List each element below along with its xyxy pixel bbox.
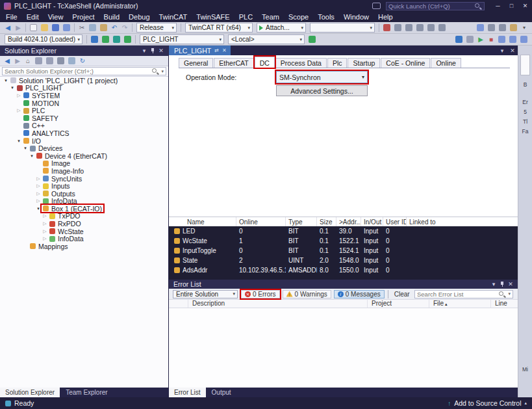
table-row[interactable]: WcState1BIT0.11522.1Input0 bbox=[169, 236, 518, 246]
table-row[interactable]: LED0BIT0.139.0Input0 bbox=[169, 226, 518, 236]
expand-arrow-icon[interactable] bbox=[9, 85, 16, 90]
expand-arrow-icon[interactable] bbox=[16, 93, 22, 98]
column-header-linked-to[interactable]: Linked to bbox=[407, 217, 518, 226]
messages-filter-button[interactable]: 0 Messages bbox=[334, 290, 385, 298]
tree-item-rxpdo[interactable]: RxPDO bbox=[0, 220, 168, 228]
expand-arrow-icon[interactable] bbox=[42, 213, 48, 218]
tree-item-plc[interactable]: PLC bbox=[0, 107, 168, 114]
home-icon[interactable]: ⌂ bbox=[23, 57, 32, 66]
menu-help[interactable]: Help bbox=[374, 12, 398, 21]
login-icon[interactable] bbox=[455, 36, 462, 43]
toolbar-overflow-icon[interactable]: ▾ bbox=[520, 23, 529, 33]
feedback-icon[interactable] bbox=[372, 3, 381, 9]
column-header-name[interactable]: Name bbox=[169, 217, 236, 226]
pin-icon[interactable] bbox=[498, 280, 506, 288]
forward-icon[interactable]: ▶ bbox=[13, 57, 22, 66]
pin-icon[interactable] bbox=[149, 47, 157, 55]
build-version-dropdown[interactable]: Build 4024.10 (Loaded) bbox=[5, 34, 82, 44]
preview-icon[interactable] bbox=[68, 57, 75, 64]
document-tab-plc-light[interactable]: PLC_LIGHT bbox=[169, 46, 231, 55]
expand-arrow-icon[interactable] bbox=[35, 176, 42, 181]
step-out-icon[interactable] bbox=[520, 36, 527, 43]
chevron-down-icon[interactable] bbox=[159, 69, 166, 74]
tree-item-system[interactable]: SYSTEM bbox=[0, 92, 168, 99]
tree-item-syncunits[interactable]: SyncUnits bbox=[0, 175, 168, 183]
expand-arrow-icon[interactable] bbox=[35, 206, 42, 211]
solution-explorer-icon[interactable] bbox=[477, 24, 484, 31]
tree-item-safety[interactable]: SAFETY bbox=[0, 114, 168, 122]
column-header-file[interactable]: File bbox=[429, 300, 491, 308]
show-all-files-icon[interactable] bbox=[35, 57, 42, 64]
expand-arrow-icon[interactable] bbox=[16, 139, 22, 144]
properties-icon[interactable] bbox=[57, 57, 64, 64]
tc-choose-target-icon[interactable] bbox=[309, 36, 316, 43]
column-header-size[interactable]: Size bbox=[317, 217, 336, 226]
scrollbar-thumb[interactable] bbox=[520, 55, 530, 75]
find-icon[interactable] bbox=[383, 24, 390, 31]
expand-arrow-icon[interactable] bbox=[3, 78, 9, 83]
stop-icon[interactable]: ■ bbox=[487, 35, 496, 44]
warnings-filter-button[interactable]: 0 Warnings bbox=[283, 290, 331, 298]
expand-arrow-icon[interactable] bbox=[42, 236, 48, 241]
quick-launch-input[interactable] bbox=[388, 3, 474, 10]
compare-icon[interactable] bbox=[416, 24, 424, 31]
table-row[interactable]: AdsAddr10.102.39.46.5.1:1001AMSADDR8.015… bbox=[169, 265, 518, 275]
panel-tab-solution-explorer[interactable]: Solution Explorer bbox=[0, 388, 60, 397]
add-to-source-control[interactable]: Add to Source Control bbox=[454, 399, 521, 407]
menu-file[interactable]: File bbox=[1, 12, 22, 21]
tree-item-devices[interactable]: Devices bbox=[0, 144, 168, 152]
tree-item-motion[interactable]: MOTION bbox=[0, 99, 168, 107]
open-icon[interactable] bbox=[41, 24, 48, 31]
collapsed-panel-tab[interactable]: 5 bbox=[518, 109, 532, 115]
menu-debug[interactable]: Debug bbox=[124, 12, 154, 21]
toolbox-icon[interactable] bbox=[499, 24, 506, 31]
column-header-user-id[interactable]: User ID bbox=[383, 217, 407, 226]
menu-view[interactable]: View bbox=[44, 12, 68, 21]
collapsed-panel-tab[interactable]: Fa bbox=[518, 128, 532, 135]
maximize-button[interactable] bbox=[505, 3, 518, 9]
menu-window[interactable]: Window bbox=[339, 12, 374, 21]
tab-ethercat[interactable]: EtherCAT bbox=[214, 58, 253, 68]
error-scope-dropdown[interactable]: Entire Solution bbox=[173, 290, 238, 298]
chevron-up-icon[interactable] bbox=[524, 401, 527, 406]
advanced-settings-button[interactable]: Advanced Settings... bbox=[276, 85, 368, 96]
table-row[interactable]: InputToggle0BIT0.11524.1Input0 bbox=[169, 246, 518, 256]
clear-button[interactable]: Clear bbox=[390, 291, 414, 298]
tab-online[interactable]: Online bbox=[431, 58, 461, 68]
column-header-online[interactable]: Online bbox=[236, 217, 286, 226]
tab-plc[interactable]: Plc bbox=[327, 58, 348, 68]
step-into-icon[interactable] bbox=[498, 36, 505, 43]
redo-icon[interactable]: ↷ bbox=[120, 23, 129, 33]
tree-item-infodata[interactable]: InfoData bbox=[0, 235, 168, 243]
tree-item-box-1-ecat-io[interactable]: Box 1 (ECAT-IO) bbox=[0, 205, 168, 213]
expand-arrow-icon[interactable] bbox=[29, 153, 35, 159]
tree-item-image-info[interactable]: Image-Info bbox=[0, 167, 168, 175]
tree-item-infodata[interactable]: InfoData bbox=[0, 198, 168, 205]
table-row[interactable]: State2UINT2.01548.0Input0 bbox=[169, 256, 518, 265]
expand-arrow-icon[interactable] bbox=[22, 146, 29, 151]
column-header-addr[interactable]: >Addr... bbox=[336, 217, 361, 226]
chevron-down-icon[interactable] bbox=[506, 291, 513, 297]
document-list-icon[interactable] bbox=[497, 46, 507, 55]
collapse-all-icon[interactable] bbox=[46, 57, 53, 64]
close-tab-icon[interactable] bbox=[222, 47, 227, 53]
menu-plc[interactable]: PLC bbox=[234, 12, 257, 21]
start-icon[interactable]: ▶ bbox=[476, 35, 485, 44]
properties-window-icon[interactable] bbox=[488, 24, 495, 31]
expand-arrow-icon[interactable] bbox=[42, 221, 48, 226]
attach-dropdown[interactable]: Attach... bbox=[257, 23, 306, 33]
list-view-icon[interactable] bbox=[427, 24, 435, 31]
tab-startup[interactable]: Startup bbox=[348, 58, 380, 68]
menu-edit[interactable]: Edit bbox=[22, 12, 44, 21]
extra-dropdown[interactable] bbox=[310, 23, 375, 33]
tc-restart-icon[interactable] bbox=[113, 36, 120, 43]
close-panel-icon[interactable] bbox=[157, 47, 166, 54]
column-header-line[interactable]: Line bbox=[491, 300, 518, 308]
save-icon[interactable] bbox=[52, 24, 59, 31]
tree-item-plc-light[interactable]: PLC_LIGHT bbox=[0, 85, 168, 92]
error-search-input[interactable] bbox=[415, 291, 498, 298]
wrench-icon[interactable] bbox=[394, 24, 401, 31]
tab-dc[interactable]: DC bbox=[255, 57, 275, 68]
collapsed-panel-tab[interactable]: Tl bbox=[518, 118, 532, 125]
save-all-icon[interactable] bbox=[63, 24, 70, 31]
